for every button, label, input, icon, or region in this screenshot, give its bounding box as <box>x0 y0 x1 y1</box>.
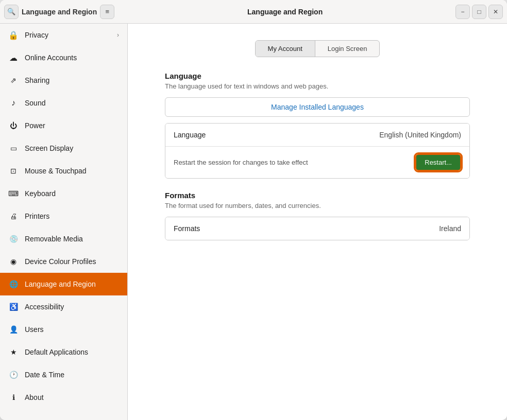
formats-section: Formats The format used for numbers, dat… <box>165 191 470 240</box>
sidebar-label-accessibility: Accessibility <box>25 303 64 311</box>
close-icon: ✕ <box>493 8 498 15</box>
sidebar-label-users: Users <box>25 325 44 334</box>
tabs-bar: My Account Login Screen <box>165 40 470 57</box>
language-value: English (United Kingdom) <box>379 131 461 139</box>
minimize-icon: − <box>461 8 464 15</box>
sound-icon: ♪ <box>8 98 19 108</box>
titlebar: 🔍 Language and Region ≡ Language and Reg… <box>0 0 507 24</box>
sidebar-item-printers[interactable]: 🖨 Printers <box>0 205 127 227</box>
sidebar-item-power[interactable]: ⏻ Power <box>0 114 127 137</box>
sidebar-label-printers: Printers <box>25 212 49 220</box>
sidebar-label-sharing: Sharing <box>25 76 49 84</box>
sidebar-label-screen-display: Screen Display <box>25 144 73 152</box>
colour-profiles-icon: ◉ <box>8 256 19 267</box>
formats-row: Formats Ireland <box>165 217 469 240</box>
restart-note: Restart the session for changes to take … <box>174 159 308 166</box>
main-layout: 🔒 Privacy › ☁ Online Accounts ⇗ Sharing … <box>0 24 507 420</box>
language-info-box: Language English (United Kingdom) Restar… <box>165 123 470 179</box>
language-region-icon: 🌐 <box>8 279 19 289</box>
maximize-button[interactable]: □ <box>472 5 486 19</box>
tab-group: My Account Login Screen <box>255 40 380 57</box>
sidebar-label-power: Power <box>25 121 45 130</box>
sidebar-item-device-colour-profiles[interactable]: ◉ Device Colour Profiles <box>0 250 127 273</box>
online-accounts-icon: ☁ <box>8 52 19 63</box>
sidebar-item-about[interactable]: ℹ About <box>0 386 127 409</box>
language-section: Language The language used for text in w… <box>165 72 470 179</box>
sidebar-label-online-accounts: Online Accounts <box>25 54 77 62</box>
chevron-icon: › <box>117 31 119 39</box>
sidebar-item-default-applications[interactable]: ★ Default Applications <box>0 341 127 363</box>
screen-display-icon: ▭ <box>8 143 19 153</box>
content-area: My Account Login Screen Language The lan… <box>128 24 507 420</box>
language-section-title: Language <box>165 72 470 80</box>
sidebar-item-screen-display[interactable]: ▭ Screen Display <box>0 137 127 160</box>
sidebar-item-language-region[interactable]: 🌐 Language and Region <box>0 273 127 295</box>
keyboard-icon: ⌨ <box>8 188 19 199</box>
titlebar-left: 🔍 Language and Region ≡ <box>4 5 114 19</box>
sidebar-label-sound: Sound <box>25 99 45 107</box>
sidebar-item-date-time[interactable]: 🕐 Date & Time <box>0 363 127 386</box>
mouse-icon: ⊡ <box>8 166 19 176</box>
sidebar-item-mouse-touchpad[interactable]: ⊡ Mouse & Touchpad <box>0 160 127 182</box>
sidebar-label-device-colour-profiles: Device Colour Profiles <box>25 257 96 266</box>
sidebar-label-language-region: Language and Region <box>25 280 96 288</box>
sidebar-item-online-accounts[interactable]: ☁ Online Accounts <box>0 46 127 69</box>
close-button[interactable]: ✕ <box>488 5 503 19</box>
sidebar: 🔒 Privacy › ☁ Online Accounts ⇗ Sharing … <box>0 24 128 420</box>
sidebar-label-privacy: Privacy <box>25 31 48 39</box>
sidebar-label-removable-media: Removable Media <box>25 235 83 243</box>
printers-icon: 🖨 <box>8 211 19 221</box>
default-applications-icon: ★ <box>8 347 19 357</box>
language-section-desc: The language used for text in windows an… <box>165 82 470 90</box>
search-button[interactable]: 🔍 <box>4 5 19 19</box>
sidebar-item-sharing[interactable]: ⇗ Sharing <box>0 69 127 92</box>
sidebar-label-keyboard: Keyboard <box>25 189 56 198</box>
sidebar-item-privacy[interactable]: 🔒 Privacy › <box>0 24 127 46</box>
formats-info-box: Formats Ireland <box>165 217 470 240</box>
settings-window: 🔍 Language and Region ≡ Language and Reg… <box>0 0 507 420</box>
sharing-icon: ⇗ <box>8 75 19 85</box>
restart-button[interactable]: Restart... <box>415 154 461 171</box>
power-icon: ⏻ <box>8 120 19 131</box>
accessibility-icon: ♿ <box>8 302 19 312</box>
sidebar-item-users[interactable]: 👤 Users <box>0 318 127 341</box>
sidebar-item-keyboard[interactable]: ⌨ Keyboard <box>0 182 127 205</box>
about-icon: ℹ <box>8 392 19 402</box>
menu-button[interactable]: ≡ <box>100 5 114 19</box>
search-icon: 🔍 <box>7 8 15 15</box>
sidebar-label-default-applications: Default Applications <box>25 348 88 356</box>
sidebar-label-about: About <box>25 393 44 401</box>
maximize-icon: □ <box>477 8 481 15</box>
sidebar-item-sound[interactable]: ♪ Sound <box>0 92 127 114</box>
formats-section-title: Formats <box>165 191 470 200</box>
tab-login-screen[interactable]: Login Screen <box>315 41 380 57</box>
titlebar-right: − □ ✕ <box>455 5 503 19</box>
sidebar-item-accessibility[interactable]: ♿ Accessibility <box>0 295 127 318</box>
users-icon: 👤 <box>8 324 19 335</box>
sidebar-item-removable-media[interactable]: 💿 Removable Media <box>0 227 127 250</box>
privacy-icon: 🔒 <box>8 30 19 40</box>
formats-value: Ireland <box>439 224 461 233</box>
menu-icon: ≡ <box>105 8 109 15</box>
restart-row: Restart the session for changes to take … <box>165 147 469 178</box>
app-title: Language and Region <box>22 8 97 16</box>
formats-section-desc: The format used for numbers, dates, and … <box>165 202 470 209</box>
sidebar-label-date-time: Date & Time <box>25 371 64 379</box>
window-title: Language and Region <box>114 8 455 16</box>
tab-my-account[interactable]: My Account <box>256 41 315 57</box>
formats-label: Formats <box>174 224 200 233</box>
minimize-button[interactable]: − <box>455 5 470 19</box>
date-time-icon: 🕐 <box>8 370 19 380</box>
content-inner: My Account Login Screen Language The lan… <box>153 24 482 269</box>
language-row: Language English (United Kingdom) <box>165 124 469 147</box>
removable-media-icon: 💿 <box>8 234 19 244</box>
language-label: Language <box>174 131 206 139</box>
manage-installed-languages-button[interactable]: Manage Installed Languages <box>165 97 470 117</box>
sidebar-label-mouse-touchpad: Mouse & Touchpad <box>25 167 87 175</box>
